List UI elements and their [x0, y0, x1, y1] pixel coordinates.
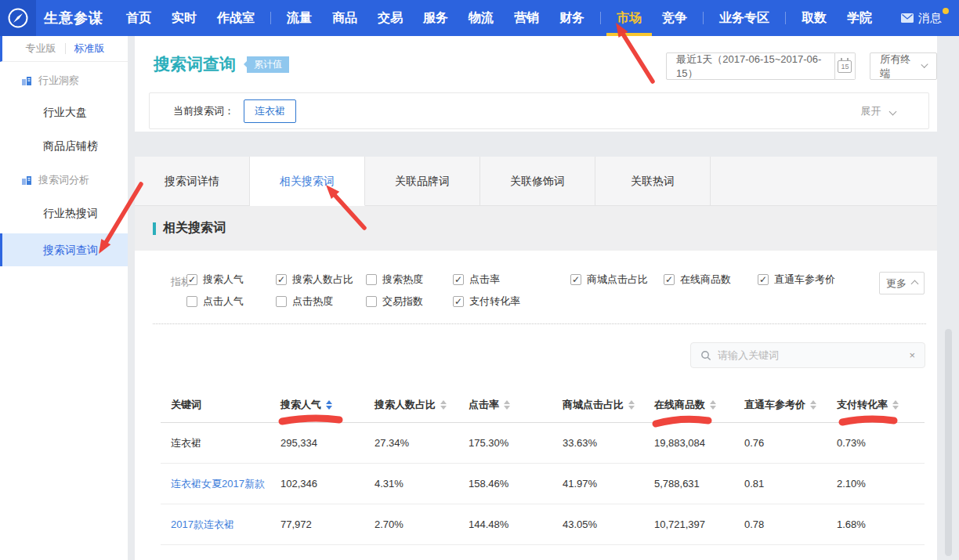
table-row: 连衣裙 295,334 27.34% 175.30% 33.63% 19,883… — [161, 423, 925, 464]
metric-label: 点击人气 — [203, 294, 244, 309]
current-keyword-card: 当前搜索词： 连衣裙 展开 — [149, 92, 929, 129]
checkbox[interactable] — [453, 274, 464, 285]
sidebar-group-industry-insight[interactable]: 行业洞察 — [21, 74, 79, 88]
checkbox[interactable] — [276, 296, 287, 307]
sort-icon[interactable] — [710, 400, 716, 410]
messages-label: 消息 — [918, 11, 942, 26]
column-header-online-products[interactable]: 在线商品数 — [654, 398, 744, 412]
tab-related-brand-words[interactable]: 关联品牌词 — [365, 157, 480, 206]
sidebar-item-search-word-query-active[interactable]: 搜索词查询 — [0, 233, 128, 266]
date-range-picker[interactable]: 最近1天（2017-06-15~2017-06-15） — [666, 52, 835, 80]
cell-online-products: 10,721,397 — [654, 518, 744, 530]
sort-icon[interactable] — [628, 400, 635, 410]
keyword-link[interactable]: 2017款连衣裙 — [161, 518, 280, 532]
column-header-searcher-ratio[interactable]: 搜索人数占比 — [375, 398, 469, 412]
sidebar-item-industry-board[interactable]: 行业大盘 — [43, 106, 87, 120]
metric-checkbox-search-popularity[interactable]: 搜索人气 — [186, 273, 276, 287]
metric-checkbox-click-heat[interactable]: 点击热度 — [276, 294, 366, 309]
vertical-scrollbar-thumb[interactable] — [945, 329, 952, 556]
nav-item-marketing[interactable]: 营销 — [504, 0, 549, 36]
tab-related-search-words-active[interactable]: 相关搜索词 — [250, 157, 365, 206]
brand-name[interactable]: 生意参谋 — [44, 9, 103, 27]
sidebar-item-industry-hot-words[interactable]: 行业热搜词 — [43, 207, 98, 221]
sort-icon[interactable] — [504, 400, 510, 410]
messages-button[interactable]: 消息 — [901, 11, 942, 26]
nav-item-traffic[interactable]: 流量 — [277, 0, 322, 36]
checkbox[interactable] — [276, 274, 287, 285]
nav-item-product[interactable]: 商品 — [322, 0, 367, 36]
sort-icon[interactable] — [440, 400, 447, 410]
sidebar-group-search-word-analysis[interactable]: 搜索词分析 — [21, 173, 89, 187]
section-header: 相关搜索词 — [135, 206, 937, 251]
cell-searcher-ratio: 27.34% — [375, 437, 469, 449]
metric-checkbox-online-products[interactable]: 在线商品数 — [664, 273, 758, 287]
metric-checkbox-search-heat[interactable]: 搜索热度 — [366, 273, 453, 287]
page-title: 搜索词查询 — [154, 53, 236, 75]
nav-item-data-fetch[interactable]: 取数 — [791, 0, 837, 36]
calendar-button[interactable]: 15 — [835, 52, 856, 80]
nav-item-finance[interactable]: 财务 — [549, 0, 595, 36]
tab-pro-version[interactable]: 专业版 — [17, 42, 65, 56]
checkbox[interactable] — [186, 274, 197, 285]
nav-item-business-zone[interactable]: 业务专区 — [709, 0, 780, 36]
unread-dot-badge — [943, 8, 949, 14]
metric-checkbox-ztc-ref-price[interactable]: 直通车参考价 — [758, 273, 835, 287]
cell-pay-conversion: 1.68% — [837, 518, 925, 530]
column-header-search-popularity[interactable]: 搜索人气 — [280, 398, 375, 412]
expand-toggle[interactable]: 展开 — [860, 104, 896, 118]
column-header-keyword: 关键词 — [161, 398, 280, 412]
nav-divider — [270, 12, 271, 24]
tab-standard-version[interactable]: 标准版 — [66, 42, 114, 56]
metric-label: 搜索人气 — [203, 273, 244, 287]
metric-checkbox-mall-click-ratio[interactable]: 商城点击占比 — [570, 273, 664, 287]
app-logo[interactable] — [0, 0, 36, 36]
checkbox[interactable] — [186, 296, 197, 307]
metric-checkbox-trade-index[interactable]: 交易指数 — [366, 294, 453, 309]
sort-icon[interactable] — [326, 400, 332, 410]
metric-checkbox-click-rate[interactable]: 点击率 — [453, 273, 570, 287]
column-header-click-rate[interactable]: 点击率 — [469, 398, 563, 412]
nav-item-trade[interactable]: 交易 — [367, 0, 413, 36]
checkbox[interactable] — [453, 296, 464, 307]
sidebar-item-product-shop-rank[interactable]: 商品店铺榜 — [43, 139, 98, 154]
metric-checkbox-pay-conversion[interactable]: 支付转化率 — [453, 294, 520, 309]
nav-item-market-active[interactable]: 市场 — [606, 0, 652, 36]
keyword-link[interactable]: 连衣裙女夏2017新款 — [161, 477, 280, 491]
sort-icon[interactable] — [810, 400, 816, 410]
column-header-ztc-ref-price[interactable]: 直通车参考价 — [744, 398, 837, 412]
nav-item-service[interactable]: 服务 — [413, 0, 458, 36]
terminal-filter-dropdown[interactable]: 所有终端 — [870, 52, 937, 80]
section-accent-bar — [153, 222, 156, 235]
clear-search-icon[interactable]: × — [909, 349, 915, 361]
cumulative-value-badge: 累计值 — [247, 56, 289, 73]
tab-search-word-detail[interactable]: 搜索词详情 — [135, 157, 250, 206]
cell-pay-conversion: 0.73% — [837, 437, 925, 449]
tab-related-hot-words[interactable]: 关联热词 — [595, 157, 711, 206]
more-button[interactable]: 更多 — [879, 272, 925, 294]
nav-item-home[interactable]: 首页 — [116, 0, 161, 36]
column-header-mall-click-ratio[interactable]: 商城点击占比 — [563, 398, 654, 412]
keyword-search-input[interactable]: 请输入关键词 × — [690, 342, 925, 368]
current-keyword-tag[interactable]: 连衣裙 — [244, 99, 296, 123]
main-panel: 搜索词详情 相关搜索词 关联品牌词 关联修饰词 关联热词 相关搜索词 指标： 搜… — [135, 157, 937, 560]
column-header-pay-conversion[interactable]: 支付转化率 — [837, 398, 925, 412]
metric-label: 点击率 — [469, 273, 500, 287]
nav-item-realtime[interactable]: 实时 — [161, 0, 207, 36]
checkbox[interactable] — [366, 296, 377, 307]
cell-searcher-ratio: 4.31% — [375, 478, 469, 490]
chevron-down-icon — [889, 107, 897, 115]
table-header-row: 关键词 搜索人气 搜索人数占比 点击率 商城点击占比 在线商品数 直通车参考价 … — [161, 388, 925, 423]
nav-item-warroom[interactable]: 作战室 — [207, 0, 265, 36]
metric-checkbox-click-popularity[interactable]: 点击人气 — [186, 294, 276, 309]
tab-related-modifier-words[interactable]: 关联修饰词 — [480, 157, 595, 206]
sort-icon[interactable] — [892, 400, 899, 410]
nav-item-logistics[interactable]: 物流 — [458, 0, 504, 36]
checkbox[interactable] — [366, 274, 377, 285]
nav-item-competition[interactable]: 竞争 — [652, 0, 697, 36]
metric-checkbox-searcher-ratio[interactable]: 搜索人数占比 — [276, 273, 366, 287]
table-row: 2017款连衣裙 77,972 2.70% 144.48% 43.05% 10,… — [161, 504, 925, 545]
checkbox[interactable] — [570, 274, 581, 285]
checkbox[interactable] — [664, 274, 675, 285]
checkbox[interactable] — [758, 274, 769, 285]
nav-item-academy[interactable]: 学院 — [837, 0, 882, 36]
